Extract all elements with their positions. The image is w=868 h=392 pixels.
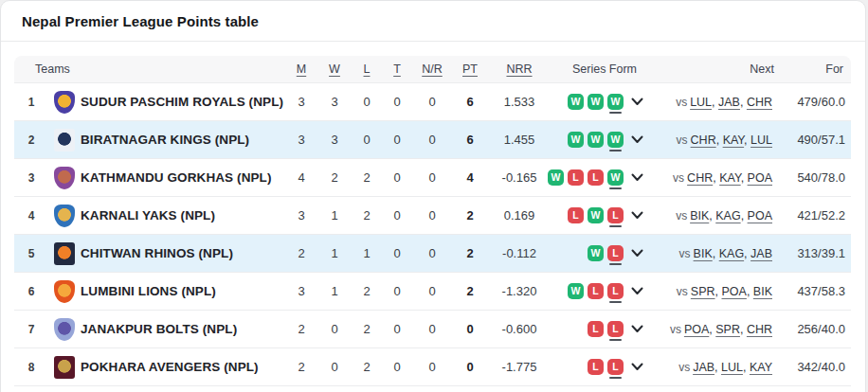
opponent-code-link[interactable]: LUL: [690, 96, 712, 109]
column-header[interactable]: NRR: [506, 62, 532, 76]
for-cell: 479/60.0: [782, 83, 851, 121]
win-badge: W: [548, 169, 564, 186]
win-badge: W: [588, 94, 604, 110]
team-name-link[interactable]: LUMBINI LIONS (NPL): [81, 284, 216, 298]
next-fixtures-cell: vsCHR, KAY, POA: [659, 159, 782, 197]
opponent-code-link[interactable]: POA: [748, 171, 772, 185]
opponent-code-link[interactable]: KAG: [719, 247, 744, 260]
chevron-down-icon[interactable]: [631, 249, 643, 258]
opponent-code-link[interactable]: CHR: [691, 134, 716, 147]
page-title: Nepal Premier League Points table: [22, 13, 844, 29]
comma-separator: ,: [741, 209, 748, 223]
nrr-cell: -0.600: [488, 311, 551, 348]
table-row[interactable]: 5 CHITWAN RHINOS (NPL) 2 1 1 0 0 2 -0.11…: [14, 235, 851, 273]
opponent-code-link[interactable]: KAG: [715, 209, 740, 223]
table-row[interactable]: 4 KARNALI YAKS (NPL) 3 1 2 0 0 2 0.169 L…: [14, 197, 851, 235]
next-fixtures-cell: vsCHR, KAY, LUL: [659, 121, 782, 159]
chevron-down-icon[interactable]: [631, 363, 643, 371]
team-name-link[interactable]: KATHMANDU GORKHAS (NPL): [81, 170, 272, 185]
wins-cell: 1: [317, 197, 352, 235]
chevron-down-icon[interactable]: [631, 135, 643, 144]
team-name-link[interactable]: CHITWAN RHINOS (NPL): [81, 246, 233, 260]
column-header[interactable]: M: [297, 62, 306, 76]
team-name-link[interactable]: SUDUR PASCHIM ROYALS (NPL): [81, 95, 283, 109]
chevron-down-icon[interactable]: [631, 325, 643, 333]
table-row[interactable]: 2 BIRATNAGAR KINGS (NPL) 3 3 0 0 0 6 1.4…: [14, 121, 851, 159]
team-cell: SUDUR PASCHIM ROYALS (NPL): [81, 83, 285, 121]
opponent-code-link[interactable]: JAB: [750, 247, 772, 260]
column-header[interactable]: N/R: [422, 62, 443, 76]
opponent-code-link[interactable]: JAB: [693, 361, 714, 374]
opponent-code-link[interactable]: BIK: [694, 247, 713, 260]
nrr-cell: 1.533: [488, 83, 551, 121]
chevron-down-icon[interactable]: [631, 173, 643, 182]
chevron-down-icon[interactable]: [631, 211, 643, 220]
next-fixtures-cell: vsSPR, POA, BIK: [659, 273, 782, 311]
series-form-cell: WL: [551, 235, 659, 273]
win-badge: W: [607, 132, 624, 148]
table-row[interactable]: 6 LUMBINI LIONS (NPL) 3 1 2 0 0 2 -1.320…: [14, 273, 851, 311]
next-fixtures-cell: vsJAB, LUL, KAY: [659, 348, 782, 386]
matches-cell: 4: [285, 159, 317, 197]
opponent-code-link[interactable]: KAY: [750, 361, 772, 374]
opponent-code-link[interactable]: SPR: [691, 285, 715, 298]
team-name-link[interactable]: JANAKPUR BOLTS (NPL): [81, 322, 237, 336]
opponent-code-link[interactable]: POA: [684, 323, 709, 336]
team-name-link[interactable]: POKHARA AVENGERS (NPL): [81, 360, 259, 374]
column-header[interactable]: PT: [462, 62, 478, 76]
column-header[interactable]: W: [329, 62, 340, 76]
team-cell: KARNALI YAKS (NPL): [81, 197, 285, 235]
series-form-cell: WLL: [551, 273, 659, 311]
vs-label: vs: [677, 285, 688, 298]
next-fixtures-cell: vsBIK, KAG, POA: [659, 197, 782, 235]
team-logo-icon: [54, 91, 75, 114]
comma-separator: ,: [740, 96, 747, 109]
vs-label: vs: [678, 361, 690, 374]
opponent-code-link[interactable]: LUL: [750, 134, 772, 147]
wins-cell: 2: [317, 159, 352, 197]
nrr-cell: -0.165: [488, 159, 551, 197]
no-result-cell: 0: [412, 121, 452, 159]
nrr-cell: -1.320: [488, 273, 551, 311]
opponent-code-link[interactable]: KAY: [723, 134, 744, 147]
opponent-code-link[interactable]: LUL: [721, 361, 743, 374]
opponent-code-link[interactable]: KAY: [719, 171, 740, 185]
series-form-cell: LL: [551, 348, 659, 386]
nrr-cell: 1.455: [488, 121, 551, 159]
chevron-down-icon[interactable]: [631, 287, 643, 295]
wins-cell: 3: [317, 83, 352, 121]
rank-cell: 6: [14, 273, 48, 311]
table-row[interactable]: 8 POKHARA AVENGERS (NPL) 2 0 2 0 0 0 -1.…: [14, 348, 851, 386]
opponent-code-link[interactable]: CHR: [747, 323, 772, 336]
comma-separator: ,: [713, 247, 719, 260]
logo-cell: [48, 348, 81, 386]
comma-separator: ,: [740, 323, 747, 336]
opponent-code-link[interactable]: POA: [721, 285, 746, 298]
table-row[interactable]: 1 SUDUR PASCHIM ROYALS (NPL) 3 3 0 0 0 6…: [14, 83, 851, 121]
table-row[interactable]: 7 JANAKPUR BOLTS (NPL) 2 0 2 0 0 0 -0.60…: [14, 311, 851, 348]
points-cell: 4: [452, 159, 488, 197]
chevron-down-icon[interactable]: [631, 98, 643, 106]
series-form-badges: WLL: [568, 283, 624, 299]
opponent-code-link[interactable]: JAB: [718, 96, 740, 109]
opponent-code-link[interactable]: POA: [748, 209, 772, 223]
comma-separator: ,: [747, 285, 753, 298]
opponent-code-link[interactable]: CHR: [687, 171, 713, 185]
opponent-code-link[interactable]: SPR: [715, 323, 740, 336]
opponent-code-link[interactable]: BIK: [690, 209, 709, 223]
opponent-code-link[interactable]: CHR: [747, 96, 772, 109]
points-cell: 6: [452, 83, 488, 121]
column-header: For: [825, 62, 843, 76]
team-name-link[interactable]: BIRATNAGAR KINGS (NPL): [81, 133, 249, 147]
no-result-cell: 0: [412, 83, 452, 121]
losses-cell: 2: [352, 348, 382, 386]
losses-cell: 0: [352, 121, 382, 159]
ties-cell: 0: [382, 235, 412, 273]
matches-cell: 2: [285, 348, 317, 386]
column-header[interactable]: T: [393, 62, 401, 76]
column-header[interactable]: L: [364, 62, 371, 76]
loss-badge: L: [607, 245, 624, 261]
team-name-link[interactable]: KARNALI YAKS (NPL): [81, 208, 215, 223]
table-row[interactable]: 3 KATHMANDU GORKHAS (NPL) 4 2 2 0 0 4 -0…: [14, 159, 851, 197]
opponent-code-link[interactable]: BIK: [753, 285, 772, 298]
